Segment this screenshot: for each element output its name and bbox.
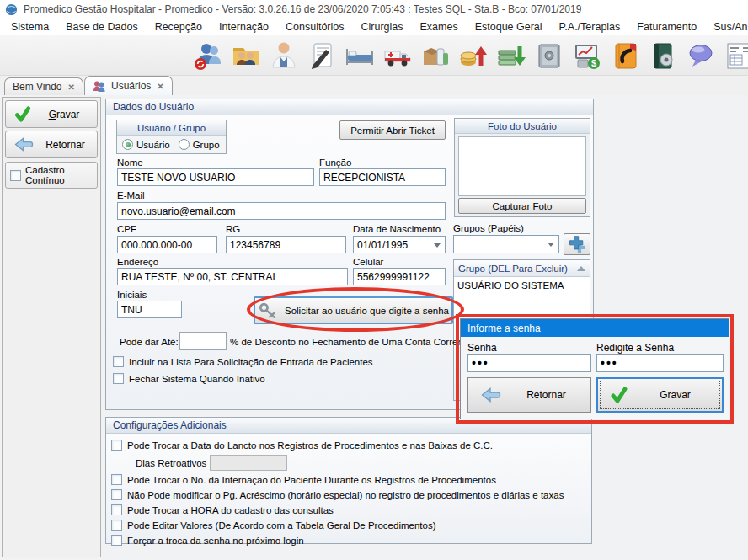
desconto-input[interactable] xyxy=(179,332,227,350)
menu-faturamento[interactable]: Faturamento xyxy=(633,21,701,33)
grupos-papeis-label: Grupos (Papéis) xyxy=(453,223,524,233)
redigite-senha-label: Redigite a Senha xyxy=(596,342,674,354)
menu-bar: Sistema Base de Dados Recepção Internaçã… xyxy=(0,19,748,35)
financial-chart-icon[interactable]: $ xyxy=(571,40,603,72)
nome-input[interactable]: TESTE NOVO USUARIO xyxy=(117,168,314,186)
cpf-input[interactable]: 000.000.000-00 xyxy=(117,236,217,253)
incluir-lista-checkbox[interactable] xyxy=(113,356,124,367)
phonebook-icon[interactable] xyxy=(609,40,641,72)
menu-recepcao[interactable]: Recepção xyxy=(151,21,206,33)
tipo-box-header: Usuário / Grupo xyxy=(117,120,226,136)
dialog-gravar-button[interactable]: Gravar xyxy=(596,377,724,413)
config-option-hora: Pode Trocar a HORA do cadastro das consu… xyxy=(111,504,334,515)
redigite-senha-input[interactable]: ••• xyxy=(596,354,724,372)
config-option-data-lancto: Pode Trocar a Data do Lancto nos Registr… xyxy=(111,440,493,451)
system-manual-icon[interactable] xyxy=(647,40,679,72)
menu-estoque-geral[interactable]: Estoque Geral xyxy=(471,21,547,33)
config-valores-checkbox[interactable] xyxy=(111,520,122,531)
revenue-in-icon[interactable] xyxy=(457,40,489,72)
hospital-bed-icon[interactable] xyxy=(344,40,376,72)
tipo-box-title: Usuário / Grupo xyxy=(137,123,206,133)
report-icon[interactable] xyxy=(723,40,748,72)
ambulance-icon[interactable] xyxy=(382,40,414,72)
endereco-label: Endereço xyxy=(117,257,158,267)
config-option-internacao: Pode Trocar o No. da Internação do Pacie… xyxy=(111,474,496,485)
desconto-suffix-label: % de Desconto no Fechamento de Uma Conta… xyxy=(230,337,471,347)
config-acrescimo-checkbox[interactable] xyxy=(111,489,122,500)
nome-label: Nome xyxy=(117,157,143,168)
close-icon[interactable]: ✕ xyxy=(67,83,74,92)
config-hora-label: Pode Trocar a HORA do cadastro das consu… xyxy=(127,505,334,515)
informe-senha-dialog: Informe a senha Senha ••• Redigite a Sen… xyxy=(460,318,729,419)
radio-usuario[interactable] xyxy=(122,139,133,150)
config-group-header: Configurações Adicionais xyxy=(106,418,591,434)
permitir-abrir-ticket-button[interactable]: Permitir Abrir Ticket xyxy=(339,120,446,140)
capturar-foto-button[interactable]: Capturar Foto xyxy=(458,198,586,214)
celular-input[interactable]: 5562999991122 xyxy=(353,268,446,285)
menu-sus-ans[interactable]: Sus/Ans xyxy=(709,21,748,33)
pode-dar-ate-label: Pode dar Até: xyxy=(120,337,179,347)
radio-grupo-label: Grupo xyxy=(193,140,220,150)
dados-group-header: Dados do Usuário xyxy=(106,99,593,115)
svg-text:$: $ xyxy=(591,58,596,68)
doctor-icon[interactable] xyxy=(268,40,300,72)
config-internacao-checkbox[interactable] xyxy=(111,474,122,485)
celular-label: Celular xyxy=(353,257,383,267)
window-title: Promedico Gestão Hospitalar - Promedico … xyxy=(24,3,581,15)
data-nascimento-combo[interactable]: 01/01/1995 xyxy=(353,236,446,253)
menu-sistema[interactable]: Sistema xyxy=(7,21,53,33)
patients-folder-icon[interactable] xyxy=(230,40,262,72)
config-troca-senha-checkbox[interactable] xyxy=(111,535,122,546)
chevron-down-icon xyxy=(434,243,441,248)
chevron-down-icon xyxy=(548,243,554,247)
tipo-usuario-grupo-box: Usuário / Grupo Usuário Grupo xyxy=(116,120,227,154)
funcao-input[interactable]: RECEPCIONISTA xyxy=(319,168,446,186)
add-grupo-button[interactable] xyxy=(564,233,590,255)
email-label: E-Mail xyxy=(117,190,145,200)
sidebar: Gravar Retornar Cadastro Contínuo xyxy=(2,97,101,557)
endereco-input[interactable]: RUA TESTE, Nº 00, ST. CENTRAL xyxy=(117,268,348,285)
menu-exames[interactable]: Exames xyxy=(416,21,462,33)
radio-grupo[interactable] xyxy=(179,139,190,150)
foto-box-title: Foto do Usuário xyxy=(488,121,557,131)
config-acrescimo-label: Não Pode modificar o Pg. Acréscimo (horá… xyxy=(127,490,564,500)
senha-input[interactable]: ••• xyxy=(467,354,591,372)
pharmacy-icon[interactable] xyxy=(419,40,451,72)
close-icon[interactable]: ✕ xyxy=(157,82,163,91)
config-data-lancto-label: Pode Trocar a Data do Lancto nos Registr… xyxy=(127,440,493,451)
chat-icon[interactable] xyxy=(685,40,717,72)
menu-pa-terapias[interactable]: P.A./Terapias xyxy=(555,21,625,33)
menu-consultorios[interactable]: Consultórios xyxy=(281,21,348,33)
payments-out-icon[interactable] xyxy=(495,40,527,72)
tab-usuarios[interactable]: Usuários ✕ xyxy=(84,76,173,95)
email-input[interactable]: novo.usuario@email.com xyxy=(117,202,446,220)
dias-retroativos-label: Dias Retroativos : xyxy=(136,458,212,468)
grupo-list-header[interactable]: Grupo (DEL Para Excluir) xyxy=(454,260,590,277)
menu-cirurgias[interactable]: Cirurgias xyxy=(357,21,408,33)
cpf-label: CPF xyxy=(117,224,136,234)
safe-icon[interactable] xyxy=(533,40,565,72)
iniciais-input[interactable]: TNU xyxy=(117,301,182,318)
cadastro-continuo-option: Cadastro Contínuo xyxy=(5,162,98,189)
fechar-sistema-checkbox[interactable] xyxy=(113,373,124,384)
config-hora-checkbox[interactable] xyxy=(111,504,122,515)
dialog-retornar-button[interactable]: Retornar xyxy=(467,377,591,413)
data-nascimento-label: Data de Nascimento xyxy=(353,224,441,234)
radio-usuario-label: Usuário xyxy=(136,140,170,150)
gravar-button[interactable]: Gravar xyxy=(5,100,98,128)
tab-bem-vindo[interactable]: Bem Vindo ✕ xyxy=(4,77,83,95)
menu-internacao[interactable]: Internação xyxy=(215,21,273,33)
rg-input[interactable]: 123456789 xyxy=(226,236,346,253)
menu-base-de-dados[interactable]: Base de Dados xyxy=(61,21,142,33)
prescription-icon[interactable] xyxy=(306,40,338,72)
grupos-papeis-combo[interactable] xyxy=(453,235,559,253)
tab-strip: Bem Vindo ✕ Usuários ✕ xyxy=(0,76,748,95)
list-item[interactable]: USUÁRIO DO SISTEMA xyxy=(454,277,590,293)
users-sync-icon[interactable] xyxy=(192,40,224,72)
cadastro-continuo-checkbox[interactable] xyxy=(10,170,21,181)
user-photo-area xyxy=(458,136,586,196)
solicitar-senha-button[interactable]: Solicitar ao usuário que digite a senha xyxy=(254,296,453,324)
permitir-abrir-ticket-label: Permitir Abrir Ticket xyxy=(350,125,435,136)
config-data-lancto-checkbox[interactable] xyxy=(111,440,122,451)
retornar-button[interactable]: Retornar xyxy=(5,131,98,158)
